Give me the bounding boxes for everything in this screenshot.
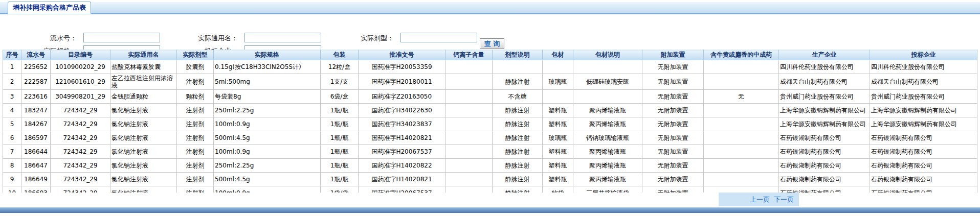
cell: 1010900202_29	[51, 60, 110, 74]
cell: 12粒/盒	[321, 60, 359, 74]
products-table: 序号流水号目录编号实际通用名实际剂型实际规格包装批准文号钙离子含量剂型说明包材包…	[3, 50, 977, 200]
cell: 玻璃瓶	[543, 74, 573, 90]
cell: 186647	[21, 159, 51, 173]
cell: 静脉注射	[493, 159, 543, 173]
cell: 100ml:0.9g	[214, 117, 321, 131]
cell: 1瓶/瓶	[321, 131, 359, 145]
cell: 无附加装置	[642, 74, 704, 90]
cell: 国药准字H14020822	[359, 159, 446, 173]
cell: 2	[3, 74, 21, 90]
cell: 724342_29	[51, 131, 110, 145]
cell: 6袋/盒	[321, 90, 359, 104]
cell: 无附加装置	[642, 117, 704, 131]
column-header: 投标企业	[870, 50, 977, 60]
cell: 塑料瓶	[543, 145, 573, 159]
cell	[543, 60, 573, 74]
cell: 成都天台山制药有限公司	[870, 74, 977, 90]
serial-number-input[interactable]	[83, 33, 160, 42]
cell: 无附加装置	[642, 145, 704, 159]
table-row: 32236163049908201_29金钱胆通颗粒颗粒剂每袋装8g6袋/盒国药…	[3, 90, 977, 104]
cell: 无附加装置	[642, 104, 704, 117]
cell: 塑料瓶	[543, 173, 573, 186]
cell	[704, 74, 779, 90]
tab-bar: 增补挂网采购合格产品表	[0, 2, 980, 14]
tab-qualified-products[interactable]: 增补挂网采购合格产品表	[8, 2, 91, 14]
cell	[704, 173, 779, 186]
table-row: 8186647724342_29氯化钠注射液注射剂250ml:2.25g1瓶/瓶…	[3, 159, 977, 173]
query-button[interactable]: 查 询	[480, 38, 504, 49]
cell: 石药银湖制药有限公司	[779, 173, 870, 186]
cell: 100ml:0.9g	[214, 145, 321, 159]
cell: 氯化钠注射液	[110, 117, 177, 131]
cell: 氯化钠注射液	[110, 104, 177, 117]
next-page-link[interactable]: 下一页	[774, 195, 794, 204]
cell: 7	[3, 145, 21, 159]
cell: 9	[3, 173, 21, 186]
cell: 金钱胆通颗粒	[110, 90, 177, 104]
cell	[704, 60, 779, 74]
cell: 钙钠玻璃输液瓶	[573, 131, 642, 145]
cell: 国药准字H14020821	[359, 173, 446, 186]
cell: 250ml:2.25g	[214, 104, 321, 117]
cell	[446, 104, 493, 117]
cell: 1瓶/瓶	[321, 117, 359, 131]
column-header: 剂型说明	[493, 50, 543, 60]
cell: 成都天台山制药有限公司	[779, 74, 870, 90]
cell: 5ml:500mg	[214, 74, 321, 90]
cell: 国药准字H34023837	[359, 117, 446, 131]
column-header: 含牛黄或麝香的中成药	[704, 50, 779, 60]
cell: 四川科伦药业股份有限公司	[779, 60, 870, 74]
column-header: 实际通用名	[110, 50, 177, 60]
cell: 国药准字H34022630	[359, 104, 446, 117]
cell: 724342_29	[51, 104, 110, 117]
cell: 低硼硅玻璃安瓿	[573, 74, 642, 90]
tab-title: 增补挂网采购合格产品表	[13, 4, 86, 11]
cell: 聚丙烯输液瓶	[573, 104, 642, 117]
cell: 贵州威门药业股份有限公司	[870, 90, 977, 104]
cell: 724342_29	[51, 173, 110, 186]
cell: 静脉注射	[493, 104, 543, 117]
cell: 石药银湖制药有限公司	[779, 145, 870, 159]
cell: 724342_29	[51, 117, 110, 131]
prev-page-link[interactable]: 上一页	[750, 195, 770, 204]
cell: 无附加装置	[642, 159, 704, 173]
cell: 塑料瓶	[543, 159, 573, 173]
cell	[446, 131, 493, 145]
dosage-form-label: 实际剂型：	[330, 33, 394, 43]
cell: 无附加装置	[642, 90, 704, 104]
cell	[446, 90, 493, 104]
cell: 1瓶/瓶	[321, 145, 359, 159]
cell: 静脉注射	[493, 117, 543, 131]
cell: 国药准字H14020821	[359, 131, 446, 145]
table-body: 12256521010900202_29盐酸克林霉素胶囊胶囊剂0.15g(按C1…	[3, 60, 977, 200]
table-row: 9186649724342_29氯化钠注射液注射剂500ml:4.5g1瓶/瓶国…	[3, 173, 977, 186]
cell: 186597	[21, 131, 51, 145]
cell	[704, 104, 779, 117]
table-row: 6186597724342_29氯化钠注射液注射剂500ml:4.5g1瓶/瓶国…	[3, 131, 977, 145]
cell: 国药准字H20053359	[359, 60, 446, 74]
cell: 氯化钠注射液	[110, 131, 177, 145]
cell: 石药银湖制药有限公司	[779, 131, 870, 145]
dosage-form-input[interactable]	[400, 33, 477, 42]
search-form: 流水号： 实际通用名： 实际剂型： 实际规格： 投标企业： 查 询	[0, 14, 980, 49]
cell: 注射剂	[177, 145, 214, 159]
table-row: 7186644724342_29氯化钠注射液注射剂100ml:0.9g1瓶/瓶国…	[3, 145, 977, 159]
cell: 1210601610_29	[51, 74, 110, 90]
cell: 上海华源安徽锦辉制药有限公司	[870, 104, 977, 117]
generic-name-input[interactable]	[244, 33, 321, 42]
column-header: 流水号	[21, 50, 51, 60]
cell: 注射剂	[177, 131, 214, 145]
cell: 724342_29	[51, 159, 110, 173]
cell: 225652	[21, 60, 51, 74]
cell: 注射剂	[177, 159, 214, 173]
cell: 塑料瓶	[543, 104, 573, 117]
cell: 6	[3, 131, 21, 145]
cell: 0.15g(按C18H33ClN2O5S计)	[214, 60, 321, 74]
column-header: 生产企业	[779, 50, 870, 60]
cell	[446, 145, 493, 159]
cell: 无附加装置	[642, 173, 704, 186]
cell: 5	[3, 117, 21, 131]
column-header: 序号	[3, 50, 21, 60]
table-row: 5184267724342_29氯化钠注射液注射剂100ml:0.9g1瓶/瓶国…	[3, 117, 977, 131]
cell: 塑料瓶	[543, 117, 573, 131]
